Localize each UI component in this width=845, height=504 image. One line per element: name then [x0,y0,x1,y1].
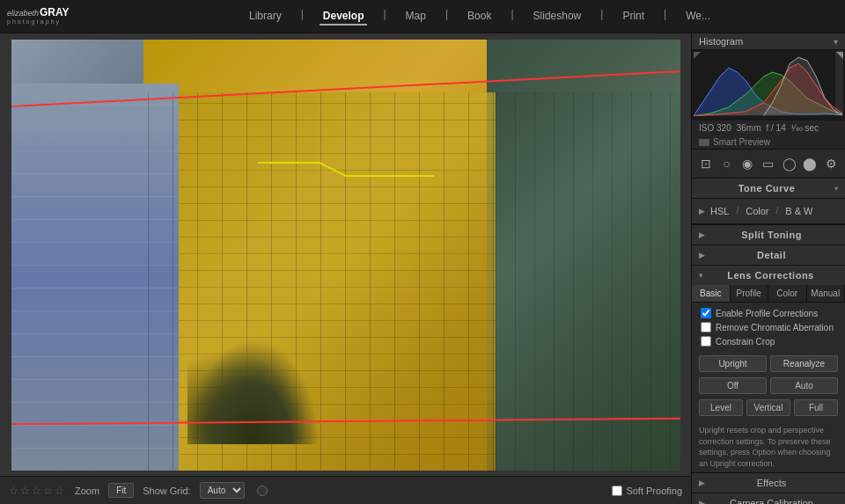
fit-button[interactable]: Fit [108,483,134,498]
constrain-crop-checkbox[interactable] [701,336,711,347]
remove-ca-label: Remove Chromatic Aberration [716,323,834,332]
hsl-section: ▶ HSL / Color / B & W [692,199,845,225]
smart-preview-label: Smart Preview [713,137,770,147]
effects-header[interactable]: ▶ Effects [692,473,845,493]
reanalyze-button[interactable]: Reanalyze [770,355,838,372]
soft-proofing-checkbox[interactable] [612,486,622,496]
star-rating[interactable]: ☆☆☆☆☆ [9,485,66,497]
crop-tool[interactable]: ⊡ [696,154,716,173]
histogram-title: Histogram [699,36,743,47]
settings-tool[interactable]: ⚙ [821,154,841,173]
right-building-detail [496,92,680,471]
nav-web[interactable]: We... [682,8,714,26]
detail-header[interactable]: ▶ Detail [692,245,845,265]
top-navigation: elizabeth GRAY photography Library | Dev… [0,0,845,33]
nav-print[interactable]: Print [619,8,648,26]
upright-row: Upright Reanalyze [692,352,845,376]
histogram-bars [692,50,845,116]
histogram-arrow: ▾ [834,37,838,47]
split-toning-section: ▶ Split Toning [692,225,845,245]
tone-curve-overlay [258,145,434,198]
photo-canvas [11,40,680,471]
histogram-section: Histogram ▾ [692,33,845,150]
nav-develop[interactable]: Develop [320,8,368,26]
adjustment-brush-tool[interactable]: ⬤ [800,154,819,173]
lens-tab-color[interactable]: Color [768,285,807,302]
exif-focal: 36mm [737,123,761,133]
tone-curve-header[interactable]: Tone Curve ▾ [692,179,845,198]
lens-arrow: ▾ [699,271,703,280]
enable-profile-checkbox[interactable] [701,308,711,318]
exif-iso: ISO 320 [699,123,731,133]
lens-sub-tabs: Basic Profile Color Manual [692,285,845,303]
exif-aperture: f / 14 [767,123,786,133]
lens-corrections-title: Lens Corrections [727,270,813,281]
color-tab-label[interactable]: Color [746,206,768,216]
photo-canvas-wrapper [0,33,691,476]
camera-cal-arrow: ▶ [699,499,705,504]
radial-filter-tool[interactable]: ◯ [780,154,799,173]
graduated-filter-tool[interactable]: ▭ [759,154,778,173]
svg-rect-1 [835,50,843,116]
grid-dropdown[interactable]: Auto [200,482,245,499]
hsl-tab-label[interactable]: HSL [710,206,729,216]
effects-arrow: ▶ [699,478,705,487]
image-area: ☆☆☆☆☆ Zoom Fit Show Grid: Auto Soft Proo… [0,33,691,504]
full-button[interactable]: Full [794,399,838,416]
shadow-clip-indicator[interactable] [694,52,701,59]
tone-curve-section: Tone Curve ▾ [692,179,845,199]
nav-links: Library | Develop | Map | Book | Slidesh… [114,8,845,26]
nav-book[interactable]: Book [464,8,495,26]
lens-tab-profile[interactable]: Profile [731,285,769,302]
remove-ca-checkbox[interactable] [701,322,711,332]
hsl-sep2: / [775,202,778,220]
detail-section: ▶ Detail [692,245,845,266]
nav-map[interactable]: Map [402,8,430,26]
exif-shutter: ¹⁄₈₀ sec [791,123,819,133]
histogram-header: Histogram ▾ [692,33,845,50]
lens-corrections-header[interactable]: ▾ Lens Corrections [692,266,845,285]
logo-area: elizabeth GRAY photography [0,7,114,26]
upright-button[interactable]: Upright [699,355,767,372]
zoom-label: Zoom [75,486,99,496]
nav-slideshow[interactable]: Slideshow [530,8,585,26]
upright-description: Upright resets crop and perspective corr… [692,421,845,472]
vertical-button[interactable]: Vertical [746,399,790,416]
soft-proofing-label: Soft Proofing [626,486,682,496]
effects-title: Effects [757,478,786,488]
show-grid-label: Show Grid: [143,486,190,496]
bottom-toolbar: ☆☆☆☆☆ Zoom Fit Show Grid: Auto Soft Proo… [0,476,691,504]
auto-button[interactable]: Auto [770,377,838,394]
hsl-collapse-arrow[interactable]: ▶ [699,207,705,215]
trees [187,339,320,444]
soft-proofing-container: Soft Proofing [612,486,682,496]
right-panel: Histogram ▾ [691,33,845,504]
lens-checkboxes: Enable Profile Corrections Remove Chroma… [692,303,845,352]
camera-calibration-header[interactable]: ▶ Camera Calibration [692,493,845,504]
highlight-clip-indicator[interactable] [836,52,843,59]
red-eye-tool[interactable]: ◉ [738,154,757,173]
off-button[interactable]: Off [699,377,767,394]
remove-ca-row: Remove Chromatic Aberration [701,322,836,332]
grid-toggle[interactable] [257,486,268,496]
camera-calibration-title: Camera Calibration [730,498,813,504]
bw-tab-label[interactable]: B & W [785,206,812,216]
tone-curve-arrow: ▾ [834,185,838,193]
logo-sub: photography [7,18,70,26]
nav-library[interactable]: Library [246,8,285,26]
split-toning-header[interactable]: ▶ Split Toning [692,225,845,245]
histogram-canvas [692,50,845,121]
lens-tab-basic[interactable]: Basic [692,285,731,302]
lens-tab-manual[interactable]: Manual [807,285,846,302]
constrain-crop-label: Constrain Crop [716,337,775,347]
spot-removal-tool[interactable]: ○ [717,154,737,173]
exif-info: ISO 320 36mm f / 14 ¹⁄₈₀ sec [692,121,845,135]
main-area: ☆☆☆☆☆ Zoom Fit Show Grid: Auto Soft Proo… [0,33,845,504]
tool-icons-row: ⊡ ○ ◉ ▭ ◯ ⬤ ⚙ [692,150,845,179]
split-toning-arrow: ▶ [699,230,705,239]
level-button[interactable]: Level [699,399,743,416]
constrain-crop-row: Constrain Crop [701,336,836,347]
histogram-svg [694,50,843,116]
transform-row-2: Level Vertical Full [692,399,845,421]
enable-profile-row: Enable Profile Corrections [701,308,836,318]
